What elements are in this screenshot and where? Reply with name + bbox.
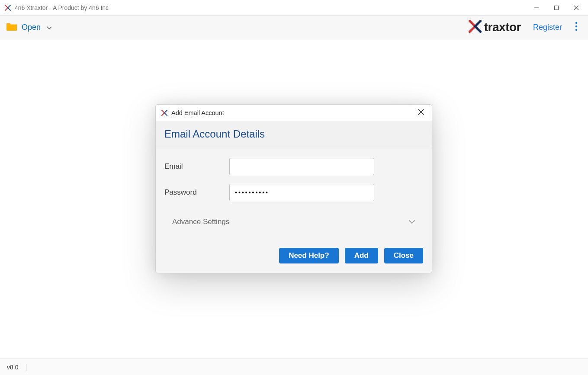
add-email-dialog: Add Email Account Email Account Details … (155, 104, 432, 273)
open-label: Open (22, 23, 41, 32)
dialog-footer: Need Help? Add Close (156, 242, 432, 273)
status-divider: │ (25, 364, 29, 371)
add-button[interactable]: Add (345, 248, 378, 263)
window-title: 4n6 Xtraxtor - A Product by 4n6 Inc (15, 4, 109, 11)
dialog-titlebar: Add Email Account (156, 105, 432, 121)
close-button[interactable]: Close (384, 248, 423, 263)
window-titlebar: 4n6 Xtraxtor - A Product by 4n6 Inc (0, 0, 588, 16)
app-icon (4, 4, 11, 11)
password-field[interactable] (229, 184, 374, 201)
main-toolbar: Open traxtor Register (0, 16, 588, 39)
password-label: Password (164, 188, 229, 197)
minimize-button[interactable] (527, 1, 546, 14)
svg-point-4 (575, 22, 577, 24)
dialog-body: Email Password Advance Settings (156, 148, 432, 242)
close-window-button[interactable] (566, 1, 586, 14)
svg-rect-1 (555, 6, 559, 10)
logo-x-icon (469, 20, 482, 35)
register-link[interactable]: Register (533, 23, 562, 32)
dialog-heading: Email Account Details (164, 128, 423, 140)
main-area: Add Email Account Email Account Details … (0, 39, 588, 359)
svg-point-5 (575, 26, 577, 27)
dialog-title: Add Email Account (171, 109, 224, 116)
advance-settings-label: Advance Settings (172, 218, 408, 226)
folder-icon (6, 22, 17, 33)
advance-settings-toggle[interactable]: Advance Settings (164, 210, 423, 234)
svg-point-6 (575, 29, 577, 31)
open-menu-button[interactable]: Open (6, 22, 52, 33)
chevron-down-icon (408, 218, 415, 226)
logo-text: traxtor (484, 20, 521, 34)
maximize-button[interactable] (546, 1, 566, 14)
caret-down-icon (45, 23, 52, 32)
email-label: Email (164, 162, 229, 171)
email-field[interactable] (229, 158, 374, 175)
dialog-icon (161, 109, 168, 116)
product-logo: traxtor (469, 20, 521, 35)
version-label: v8.0 (7, 364, 18, 371)
dialog-close-button[interactable] (415, 107, 427, 118)
more-menu-button[interactable] (571, 19, 582, 35)
status-bar: v8.0 │ (0, 359, 588, 375)
dialog-header: Email Account Details (156, 121, 432, 148)
need-help-button[interactable]: Need Help? (279, 248, 339, 263)
